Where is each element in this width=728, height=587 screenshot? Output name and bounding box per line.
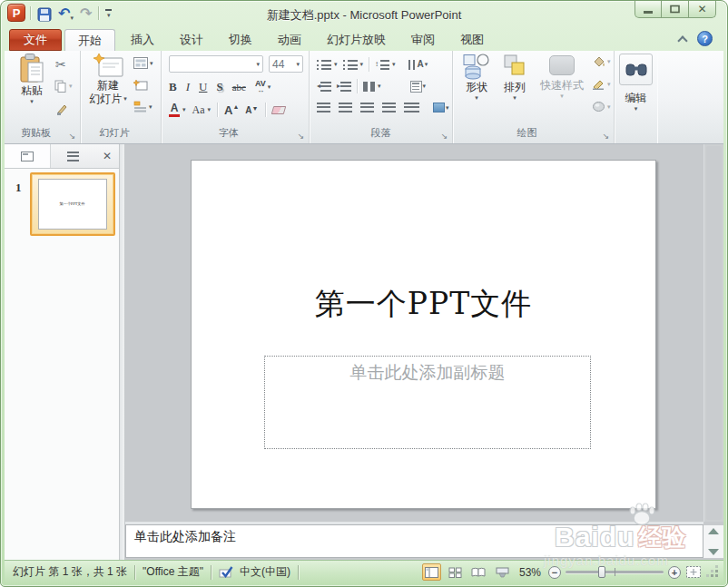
- slide-thumbnail[interactable]: 第一个PPT文件: [30, 172, 115, 236]
- quick-styles-button[interactable]: 快速样式 ▾: [535, 53, 589, 100]
- editing-menu-button[interactable]: 编辑 ▾: [615, 92, 657, 113]
- resize-grip[interactable]: [708, 567, 719, 578]
- copy-icon: [54, 80, 67, 93]
- save-button[interactable]: [35, 4, 54, 22]
- italic-button[interactable]: I: [186, 80, 190, 94]
- language-indicator[interactable]: 中文(中国): [240, 564, 290, 580]
- shape-outline-button[interactable]: ▾: [592, 78, 611, 90]
- close-panel-button[interactable]: ✕: [95, 144, 119, 168]
- increase-indent-button[interactable]: ▸: [337, 82, 351, 92]
- redo-button[interactable]: ↷: [78, 4, 93, 22]
- convert-smartart-button[interactable]: ▾: [433, 103, 449, 113]
- tab-design[interactable]: 设计: [167, 29, 216, 51]
- font-name-combo[interactable]: ▾: [169, 55, 263, 73]
- zoom-in-button[interactable]: +: [668, 566, 681, 579]
- text-shadow-button[interactable]: S: [216, 80, 222, 94]
- slide-title-text[interactable]: 第一个PPT文件: [192, 284, 655, 325]
- new-slide-label-2: 幻灯片▾: [89, 93, 127, 105]
- line-spacing-icon[interactable]: ↕: [375, 60, 379, 69]
- tab-insert[interactable]: 插入: [118, 29, 167, 51]
- align-text-button[interactable]: ▾: [410, 81, 427, 93]
- dialog-launcher-icon[interactable]: ↘: [439, 131, 449, 141]
- tab-slides-thumbnails[interactable]: [5, 144, 51, 168]
- line-spacing-bars-icon[interactable]: [380, 60, 389, 70]
- align-left-icon[interactable]: [317, 103, 330, 113]
- paragraph-row-3: ▾: [317, 103, 449, 113]
- slide-sorter-view-button[interactable]: [446, 563, 465, 581]
- clear-formatting-icon[interactable]: [271, 106, 286, 114]
- paste-button[interactable]: 粘贴 ▾: [14, 53, 50, 105]
- tab-slideshow[interactable]: 幻灯片放映: [314, 29, 398, 51]
- align-center-icon[interactable]: [339, 103, 352, 113]
- zoom-slider-thumb[interactable]: [598, 566, 605, 578]
- shape-fill-button[interactable]: ▾: [592, 55, 611, 67]
- copy-button[interactable]: ▾: [54, 80, 73, 93]
- grow-font-button[interactable]: A▲: [224, 103, 239, 117]
- numbering-icon[interactable]: [343, 60, 358, 70]
- tab-home[interactable]: 开始: [64, 29, 115, 51]
- collapse-ribbon-icon[interactable]: [677, 35, 687, 45]
- new-slide-button[interactable]: 新建 幻灯片▾: [86, 53, 130, 105]
- notes-pane[interactable]: 单击此处添加备注: [125, 524, 703, 558]
- align-right-icon[interactable]: [360, 103, 374, 113]
- reading-view-button[interactable]: [469, 563, 488, 581]
- shape-effects-button[interactable]: ▾: [592, 101, 611, 113]
- fit-to-window-icon[interactable]: [685, 565, 702, 579]
- slideshow-view-button[interactable]: [493, 563, 512, 581]
- columns-icon[interactable]: [363, 82, 375, 92]
- scrollbar-thumb[interactable]: [706, 146, 722, 520]
- zoom-level[interactable]: 53%: [519, 566, 541, 579]
- group-drawing: 形状 ▾ 排列 ▾ 快速样式 ▾ ▾: [453, 51, 615, 143]
- tab-view[interactable]: 视图: [448, 29, 497, 51]
- reset-slide-button[interactable]: [133, 79, 148, 92]
- dialog-launcher-icon[interactable]: ↘: [296, 131, 306, 141]
- spellcheck-icon[interactable]: [219, 565, 234, 579]
- justify-icon[interactable]: [382, 103, 396, 113]
- bullets-icon[interactable]: [317, 60, 331, 70]
- restore-button[interactable]: [662, 1, 689, 18]
- arrange-button[interactable]: 排列 ▾: [497, 53, 533, 102]
- character-spacing-button[interactable]: AV ↔: [255, 80, 266, 94]
- theme-name[interactable]: "Office 主题": [143, 564, 203, 580]
- zoom-out-button[interactable]: −: [548, 566, 561, 579]
- reset-icon: [133, 79, 148, 92]
- distribute-icon[interactable]: [404, 103, 419, 113]
- font-color-button[interactable]: A: [169, 103, 180, 117]
- change-case-button[interactable]: Aa: [192, 103, 205, 117]
- powerpoint-app-icon[interactable]: P: [7, 4, 25, 22]
- tab-outline[interactable]: [51, 144, 96, 168]
- minimize-button[interactable]: [635, 1, 662, 18]
- strikethrough-button[interactable]: abc: [232, 80, 246, 94]
- tab-file[interactable]: 文件: [9, 29, 62, 51]
- bold-button[interactable]: B: [169, 80, 177, 94]
- shapes-button[interactable]: 形状 ▾: [458, 53, 495, 102]
- undo-button[interactable]: ↶ ▾: [56, 4, 75, 22]
- tab-animations[interactable]: 动画: [265, 29, 314, 51]
- direction-a-label: A: [418, 60, 424, 69]
- close-button[interactable]: ✕: [689, 1, 716, 18]
- font-extra-row: A ▾ Aa ▾ A▲ A▼: [169, 103, 285, 117]
- format-painter-button[interactable]: [55, 103, 68, 115]
- vertical-scrollbar[interactable]: [703, 144, 723, 522]
- tab-review[interactable]: 审阅: [398, 29, 448, 51]
- zoom-slider[interactable]: [566, 571, 664, 573]
- find-button[interactable]: [619, 54, 653, 85]
- dialog-launcher-icon[interactable]: ↘: [601, 131, 611, 141]
- customize-qat-button[interactable]: ▾: [103, 6, 113, 19]
- font-size-combo[interactable]: 44 ▾: [269, 55, 303, 73]
- dialog-launcher-icon[interactable]: ↘: [67, 131, 77, 141]
- underline-button[interactable]: U: [199, 80, 207, 94]
- layout-button[interactable]: ▾: [133, 57, 153, 69]
- scroll-down-icon[interactable]: [708, 549, 719, 555]
- section-button[interactable]: ▾: [133, 101, 152, 113]
- slide-canvas[interactable]: 第一个PPT文件 单击此处添加副标题: [191, 160, 656, 509]
- shrink-font-button[interactable]: A▼: [245, 105, 258, 115]
- scroll-up-icon[interactable]: [708, 528, 719, 534]
- tab-transitions[interactable]: 切换: [216, 29, 265, 51]
- cut-button[interactable]: ✂: [55, 57, 66, 72]
- normal-view-button[interactable]: [422, 563, 441, 581]
- text-direction-button[interactable]: A ▾: [408, 60, 428, 70]
- help-icon[interactable]: ?: [697, 31, 713, 46]
- decrease-indent-button[interactable]: ◂: [317, 82, 331, 92]
- subtitle-placeholder[interactable]: 单击此处添加副标题: [264, 356, 591, 449]
